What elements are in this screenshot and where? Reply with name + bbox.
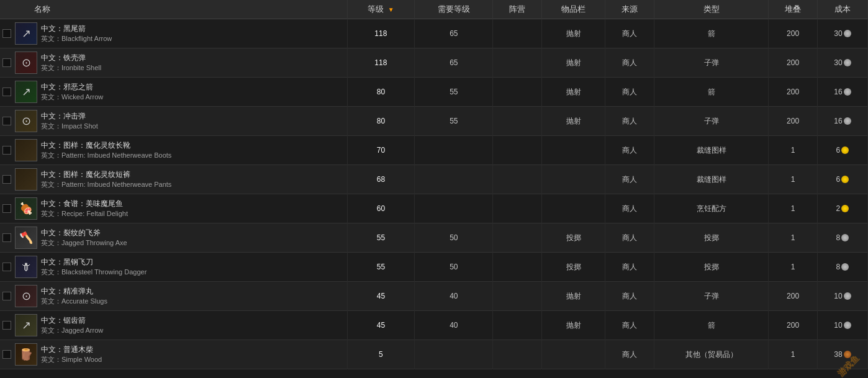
item-name-cell[interactable]: ⊙中文：精准弹丸英文：Accurate Slugs: [0, 282, 347, 311]
row-checkbox[interactable]: [2, 175, 11, 184]
row-checkbox[interactable]: [2, 117, 11, 125]
col-cost[interactable]: 成本: [817, 0, 867, 19]
cost-value: 16: [834, 117, 842, 125]
copper-coin-icon: [844, 351, 851, 358]
item-level: 70: [347, 136, 415, 165]
item-source: 商人: [605, 223, 654, 253]
silver-coin-icon: [844, 59, 851, 66]
item-name-cell[interactable]: ↗中文：黑尾箭英文：Blackflight Arrow: [0, 19, 347, 48]
item-en-name: 英文：Blackflight Arrow: [41, 34, 112, 43]
table-row[interactable]: 🍖中文：食谱：美味魔尾鱼英文：Recipe: Feltail Delight60…: [0, 194, 868, 223]
item-names: 中文：图样：魔化灵纹短裤英文：Pattern: Imbued Netherwea…: [41, 169, 171, 189]
table-row[interactable]: 中文：图样：魔化灵纹长靴英文：Pattern: Imbued Netherwea…: [0, 136, 868, 165]
table-row[interactable]: 中文：图样：魔化灵纹短裤英文：Pattern: Imbued Netherwea…: [0, 165, 868, 194]
col-req-level[interactable]: 需要等级: [415, 0, 493, 19]
item-en-name: 英文：Jagged Throwing Axe: [41, 238, 127, 248]
item-name-cell[interactable]: ⊙中文：冲击弹英文：Impact Shot: [0, 107, 347, 136]
item-name-cell[interactable]: 中文：图样：魔化灵纹短裤英文：Pattern: Imbued Netherwea…: [0, 165, 347, 194]
item-name-cell[interactable]: 🪓中文：裂纹的飞斧英文：Jagged Throwing Axe: [0, 223, 347, 253]
item-source: 商人: [605, 311, 654, 340]
item-faction: [493, 253, 542, 282]
item-en-name: 英文：Pattern: Imbued Netherweave Pants: [41, 180, 171, 189]
table-row[interactable]: ↗中文：邪恶之箭英文：Wicked Arrow8055抛射商人箭20016: [0, 78, 868, 107]
item-icon: 🪵: [15, 343, 37, 366]
col-level[interactable]: 等级 ▼: [347, 0, 415, 19]
row-checkbox[interactable]: [2, 321, 11, 330]
row-checkbox[interactable]: [2, 58, 11, 67]
table-row[interactable]: ⊙中文：冲击弹英文：Impact Shot8055抛射商人子弹20016: [0, 107, 868, 136]
table-row[interactable]: 🪵中文：普通木柴英文：Simple Wood5商人其他（贸易品）138: [0, 340, 868, 369]
item-names: 中文：黑钢飞刀英文：Blacksteel Throwing Dagger: [41, 257, 147, 277]
item-req-level: 40: [415, 311, 493, 340]
item-slot: 抛射: [541, 19, 605, 48]
item-cn-name: 中文：黑钢飞刀: [41, 257, 147, 268]
silver-coin-icon: [844, 322, 851, 329]
row-checkbox[interactable]: [2, 263, 11, 271]
item-names: 中文：黑尾箭英文：Blackflight Arrow: [41, 24, 112, 43]
col-slot[interactable]: 阵营: [493, 0, 542, 19]
item-faction: [493, 78, 542, 107]
item-en-name: 英文：Wicked Arrow: [41, 92, 103, 102]
col-type[interactable]: 类型: [654, 0, 769, 19]
item-names: 中文：图样：魔化灵纹长靴英文：Pattern: Imbued Netherwea…: [41, 140, 171, 160]
item-slot: [541, 165, 605, 194]
item-stack: 200: [769, 282, 818, 311]
item-source: 商人: [605, 194, 654, 223]
table-row[interactable]: 🪓中文：裂纹的飞斧英文：Jagged Throwing Axe5550投掷商人投…: [0, 223, 868, 253]
table-row[interactable]: 🗡中文：黑钢飞刀英文：Blacksteel Throwing Dagger555…: [0, 253, 868, 282]
item-source: 商人: [605, 48, 654, 78]
item-level: 118: [347, 19, 415, 48]
table-row[interactable]: ↗中文：锯齿箭英文：Jagged Arrow4540抛射商人箭20010: [0, 311, 868, 340]
row-checkbox[interactable]: [2, 88, 11, 96]
item-en-name: 英文：Jagged Arrow: [41, 326, 103, 335]
item-stack: 200: [769, 48, 818, 78]
row-checkbox[interactable]: [2, 350, 11, 359]
item-name-cell[interactable]: ⊙中文：铁壳弹英文：Ironbite Shell: [0, 48, 347, 78]
item-icon: ↗: [15, 22, 37, 45]
col-slot2[interactable]: 物品栏: [541, 0, 605, 19]
item-stack: 1: [769, 223, 818, 253]
item-en-name: 英文：Simple Wood: [41, 355, 102, 364]
item-icon: 🗡: [15, 256, 37, 278]
row-checkbox[interactable]: [2, 146, 11, 155]
item-name-cell[interactable]: 🪵中文：普通木柴英文：Simple Wood: [0, 340, 347, 369]
item-level: 45: [347, 282, 415, 311]
item-cost: 6: [817, 136, 867, 165]
table-row[interactable]: ⊙中文：精准弹丸英文：Accurate Slugs4540抛射商人子弹20010: [0, 282, 868, 311]
item-req-level: 50: [415, 223, 493, 253]
col-name[interactable]: 名称: [0, 0, 347, 19]
table-row[interactable]: ⊙中文：铁壳弹英文：Ironbite Shell11865抛射商人子弹20030: [0, 48, 868, 78]
item-name-cell[interactable]: ↗中文：锯齿箭英文：Jagged Arrow: [0, 311, 347, 340]
col-source[interactable]: 来源: [605, 0, 654, 19]
item-stack: 1: [769, 136, 818, 165]
col-stack[interactable]: 堆叠: [769, 0, 818, 19]
silver-coin-icon: [844, 117, 851, 125]
item-type: 烹饪配方: [654, 194, 769, 223]
item-cost: 8: [817, 223, 867, 253]
item-faction: [493, 340, 542, 369]
table-row[interactable]: ↗中文：黑尾箭英文：Blackflight Arrow11865抛射商人箭200…: [0, 19, 868, 48]
row-checkbox[interactable]: [2, 292, 11, 300]
row-checkbox[interactable]: [2, 204, 11, 213]
item-name-cell[interactable]: 中文：图样：魔化灵纹长靴英文：Pattern: Imbued Netherwea…: [0, 136, 347, 165]
item-cost: 8: [817, 253, 867, 282]
row-checkbox[interactable]: [2, 29, 11, 38]
item-cost: 6: [817, 165, 867, 194]
table-header-row: 名称 等级 ▼ 需要等级 阵营 物品栏 来源 类型 堆叠 成本: [0, 0, 868, 19]
item-req-level: [415, 340, 493, 369]
item-name-cell[interactable]: ↗中文：邪恶之箭英文：Wicked Arrow: [0, 78, 347, 107]
item-cn-name: 中文：裂纹的飞斧: [41, 228, 127, 238]
item-name-cell[interactable]: 🍖中文：食谱：美味魔尾鱼英文：Recipe: Feltail Delight: [0, 194, 347, 223]
item-faction: [493, 282, 542, 311]
item-type: 箭: [654, 78, 769, 107]
item-slot: 投掷: [541, 223, 605, 253]
row-checkbox[interactable]: [2, 233, 11, 242]
item-level: 68: [347, 165, 415, 194]
item-faction: [493, 48, 542, 78]
item-cn-name: 中文：黑尾箭: [41, 24, 112, 34]
item-source: 商人: [605, 282, 654, 311]
item-cn-name: 中文：邪恶之箭: [41, 82, 103, 92]
item-req-level: [415, 194, 493, 223]
item-stack: 200: [769, 78, 818, 107]
item-name-cell[interactable]: 🗡中文：黑钢飞刀英文：Blacksteel Throwing Dagger: [0, 253, 347, 282]
